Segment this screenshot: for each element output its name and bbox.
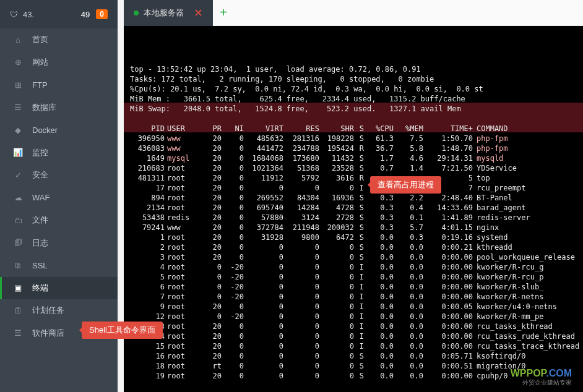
top-header-line: top - 13:52:42 up 23:04, 1 user, load av… (130, 64, 577, 74)
process-row: 19root200000S0.00.00:00.00cpuhp/0 (130, 371, 577, 381)
process-row: 53438redis2005788031242728S0.30.11:41.89… (130, 213, 577, 223)
process-row: 15root200000I0.00.00:00.00rcu_tasks_trac… (130, 341, 577, 351)
sidebar-item-5[interactable]: 📊监控 (0, 142, 118, 164)
sidebar-item-11[interactable]: ▣终端 (0, 277, 118, 300)
process-row: 436083www200441472234788195424R36.75.81:… (130, 143, 577, 153)
tab-label: 本地服务器 (144, 7, 184, 19)
nav-label: 安全 (32, 169, 48, 181)
sidebar-stat-1: 43. (23, 10, 81, 19)
nav-label: 网站 (32, 57, 48, 68)
process-row: 7root0-20000I0.00.00:00.00kworker/R-netn… (130, 292, 577, 302)
terminal[interactable]: top - 13:52:42 up 23:04, 1 user, load av… (124, 26, 583, 392)
process-row: 18rootrt0000S0.00.00:00.51migration/0 (130, 361, 577, 371)
nav-icon: ☰ (12, 103, 24, 112)
sidebar-item-0[interactable]: ⌂首页 (0, 28, 118, 51)
process-row: 79241www200372784211948200032S0.35.74:01… (130, 223, 577, 232)
process-row: 16root200000S0.00.00:05.71ksoftirqd/0 (130, 351, 577, 361)
process-row: 12root0-20000I0.00.00:00.00kworker/R-mm_… (130, 312, 577, 322)
sidebar-item-8[interactable]: 🗀文件 (0, 209, 118, 232)
notification-badge[interactable]: 0 (96, 9, 108, 19)
process-header: PIDUSERPRNIVIRTRESSHRS%CPU%MEMTIME+COMMA… (130, 124, 577, 134)
top-header-line: MiB Swap: 2048.0 total, 1524.8 free, 523… (130, 104, 577, 114)
nav-label: 监控 (32, 147, 48, 158)
nav-icon: 🗎 (12, 261, 24, 270)
nav-label: FTP (32, 80, 48, 90)
process-row: 6root0-20000I0.00.00:00.00kworker/R-slub… (130, 282, 577, 292)
process-row: 5root0-20000I0.00.00:00.00kworker/R-rcu_… (130, 272, 577, 282)
top-header-line: Tasks: 172 total, 2 running, 170 sleepin… (130, 74, 577, 84)
nav-icon: ◆ (12, 126, 24, 135)
watermark: WPPOP.COM 外贸企业建站专家 (511, 368, 572, 386)
process-row: 2root200000S0.00.00:00.21kthreadd (130, 242, 577, 252)
sidebar-top: 🛡 43. 49 0 (0, 0, 118, 28)
close-icon[interactable]: ✕ (194, 6, 203, 20)
nav-icon: ✓ (12, 171, 24, 180)
sidebar-nav: ⌂首页⊕网站⊞FTP☰数据库◆Docker📊监控✓安全☁WAF🗀文件🗐日志🗎SS… (0, 28, 118, 344)
process-row: 2134root200695740142844728S0.30.414:33.6… (130, 203, 577, 213)
nav-label: WAF (32, 193, 50, 202)
nav-label: Docker (32, 126, 58, 135)
process-row: 481311root2001191257923616R5top (130, 173, 577, 183)
sidebar-item-1[interactable]: ⊕网站 (0, 51, 118, 74)
tab-bar: 本地服务器 ✕ + (124, 0, 583, 26)
nav-icon: 📊 (12, 148, 24, 157)
nav-label: SSL (32, 261, 48, 270)
sidebar-item-7[interactable]: ☁WAF (0, 187, 118, 210)
callout-process: 查看高占用进程 (370, 176, 441, 194)
process-row: 894root2002695528430416936S0.32.22:48.40… (130, 193, 577, 203)
nav-label: 日志 (32, 237, 48, 249)
status-dot-icon (134, 11, 139, 15)
sidebar-item-6[interactable]: ✓安全 (0, 164, 118, 187)
nav-icon: ⌂ (12, 35, 24, 45)
sidebar-item-4[interactable]: ◆Docker (0, 119, 118, 142)
nav-icon: ☰ (12, 328, 24, 338)
nav-label: 终端 (32, 283, 48, 294)
top-header-line: %Cpu(s): 20.1 us, 7.2 sy, 0.0 ni, 72.4 i… (130, 84, 577, 94)
tab-local-server[interactable]: 本地服务器 ✕ (124, 0, 213, 26)
callout-shell: Shell工具命令界面 (82, 322, 163, 339)
nav-icon: ▣ (12, 283, 24, 292)
process-row: 14root200000I0.00.00:00.00rcu_tasks_rude… (130, 331, 577, 341)
sidebar-item-12[interactable]: 🗓计划任务 (0, 299, 118, 322)
sidebar-item-10[interactable]: 🗎SSL (0, 254, 118, 277)
sidebar-item-3[interactable]: ☰数据库 (0, 96, 118, 119)
main: 本地服务器 ✕ + top - 13:52:42 up 23:04, 1 use… (124, 0, 583, 392)
nav-label: 软件商店 (32, 328, 64, 339)
nav-icon: 🗀 (12, 216, 24, 225)
process-row: 13root200000I0.00.00:00.00rcu_tasks_kthr… (130, 322, 577, 331)
process-row: 9root200000I0.00.00:00.05kworker/u4:0-ne… (130, 302, 577, 312)
process-row: 3root200000S0.00.00:00.00pool_workqueue_… (130, 252, 577, 262)
nav-icon: ⊞ (12, 80, 24, 90)
add-tab-button[interactable]: + (213, 6, 234, 20)
sidebar-item-9[interactable]: 🗐日志 (0, 232, 118, 255)
nav-icon: 🗓 (12, 306, 24, 315)
top-header-line: MiB Mem : 3661.5 total, 625.4 free, 2334… (130, 94, 577, 104)
nav-label: 文件 (32, 215, 48, 226)
nav-label: 首页 (32, 34, 48, 45)
shield-icon: 🛡 (10, 10, 18, 19)
process-row: 4root0-20000I0.00.00:00.00kworker/R-rcu_… (130, 262, 577, 272)
process-row: 396950www200485632281316198228S61.37.51:… (130, 134, 577, 143)
nav-label: 数据库 (32, 102, 56, 113)
nav-label: 计划任务 (32, 305, 64, 316)
nav-icon: ☁ (12, 193, 24, 202)
process-row: 1649mysql200168406817368011432S1.74.629:… (130, 153, 577, 163)
nav-icon: 🗐 (12, 238, 24, 247)
nav-icon: ⊕ (12, 58, 24, 67)
sidebar-stat-2: 49 (81, 10, 90, 19)
process-row: 210683root20010213645136823528S0.71.47:2… (130, 163, 577, 173)
process-row: 1root2003192898006472S0.00.30:19.16syste… (130, 232, 577, 242)
sidebar-item-2[interactable]: ⊞FTP (0, 74, 118, 96)
process-row: 17root200000I7rcu_preempt (130, 183, 577, 193)
